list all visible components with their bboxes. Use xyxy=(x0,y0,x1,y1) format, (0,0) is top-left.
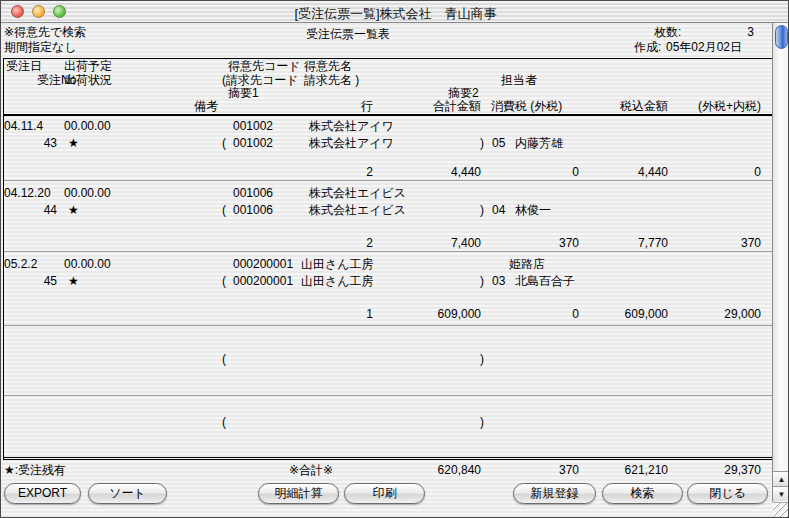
bill-close-paren: ) xyxy=(480,416,484,429)
total-amount: 609,000 xyxy=(399,308,481,321)
col-staff: 担当者 xyxy=(501,74,537,87)
list-title: 受注伝票一覧表 xyxy=(306,28,390,41)
col-total-incl: 税込金額 xyxy=(576,100,668,113)
staff-code: 03 xyxy=(492,275,505,288)
ship-plan: 00.00.00 xyxy=(64,187,111,200)
scrollbar-thumb[interactable] xyxy=(775,25,788,49)
bill-code: 001006 xyxy=(233,204,273,217)
bill-close-paren: ) xyxy=(480,137,484,150)
col-total: 合計金額 xyxy=(399,100,481,113)
cust-name: 山田さん工房 xyxy=(301,258,374,271)
record-row[interactable]: 04.12.20 00.00.00 001006 株式会社エイビス 44 ★ (… xyxy=(1,181,771,251)
order-no: 45 xyxy=(19,275,57,288)
grand-tax-ext-amount: 370 xyxy=(497,464,579,477)
col-tax-mix: (外税+内税) xyxy=(669,100,761,113)
bill-name: 株式会社アイワ xyxy=(309,137,394,150)
sheets-value: 3 xyxy=(694,26,754,39)
search-mode-label: ※得意先で検索 xyxy=(4,26,86,39)
bill-open-paren: ( xyxy=(222,416,226,429)
cust-name: 株式会社アイワ xyxy=(309,120,394,133)
bill-close-paren: ) xyxy=(480,204,484,217)
bill-name: 株式会社エイビス xyxy=(309,204,406,217)
period-label: 期間指定なし xyxy=(4,41,77,54)
new-entry-button[interactable]: 新規登録 xyxy=(513,483,596,504)
print-button[interactable]: 印刷 xyxy=(344,483,425,504)
search-button[interactable]: 検索 xyxy=(602,483,683,504)
created-label: 作成: xyxy=(634,41,661,54)
order-date: 04.11.4 xyxy=(4,120,43,133)
record-row[interactable]: 04.11.4 00.00.00 001002 株式会社アイワ 43 ★ ( 0… xyxy=(1,118,771,180)
tax-mix-amount: 0 xyxy=(669,166,761,179)
col-ship-status: 出荷状況 xyxy=(64,74,112,87)
staff-name: 林俊一 xyxy=(515,204,551,217)
empty-record-row[interactable]: ( ) xyxy=(1,396,771,459)
total-incl-amount: 609,000 xyxy=(576,308,668,321)
cust-code: 000200001 xyxy=(233,258,293,271)
line-count: 2 xyxy=(331,237,373,250)
bill-open-paren: ( xyxy=(222,204,226,217)
cust-name: 株式会社エイビス xyxy=(309,187,406,200)
tax-mix-amount: 370 xyxy=(669,237,761,250)
bill-code: 001002 xyxy=(233,137,273,150)
cust-code: 001002 xyxy=(233,120,273,133)
vertical-scrollbar[interactable]: ▲ ▼ xyxy=(772,23,789,502)
grand-total-amount: 620,840 xyxy=(399,464,481,477)
bill-open-paren: ( xyxy=(222,275,226,288)
total-incl-amount: 7,770 xyxy=(576,237,668,250)
record-row[interactable]: 05.2.2 00.00.00 000200001 山田さん工房 姫路店 45 … xyxy=(1,252,771,325)
backorder-star-icon: ★ xyxy=(68,204,79,217)
bill-open-paren: ( xyxy=(222,353,226,366)
col-remarks: 備考 xyxy=(194,100,218,113)
col-bill-name: 請求先名 ) xyxy=(304,74,359,87)
ship-plan: 00.00.00 xyxy=(64,120,111,133)
ship-plan: 00.00.00 xyxy=(64,258,111,271)
sort-button[interactable]: ソート xyxy=(88,483,167,504)
export-button[interactable]: EXPORT xyxy=(4,483,81,504)
tax-ext-amount: 0 xyxy=(497,166,579,179)
total-amount: 4,440 xyxy=(399,166,481,179)
col-summary1: 摘要1 xyxy=(228,87,259,100)
grand-tax-mix-amount: 29,370 xyxy=(669,464,761,477)
grand-total-incl-amount: 621,210 xyxy=(576,464,668,477)
col-line: 行 xyxy=(331,100,373,113)
staff-code: 05 xyxy=(492,137,505,150)
bill-code: 000200001 xyxy=(233,275,293,288)
bill-name: 山田さん工房 xyxy=(301,275,374,288)
scroll-up-icon[interactable]: ▲ xyxy=(773,471,789,486)
col-order-date: 受注日 xyxy=(6,60,42,73)
bill-close-paren: ) xyxy=(480,353,484,366)
header-separator xyxy=(3,114,773,116)
col-cust-name: 得意先名 xyxy=(304,60,352,73)
cust-code: 001006 xyxy=(233,187,273,200)
tax-mix-amount: 29,000 xyxy=(669,308,761,321)
staff-code: 04 xyxy=(492,204,505,217)
window-resize-grip-icon[interactable] xyxy=(773,502,789,518)
col-ship-plan: 出荷予定 xyxy=(64,60,112,73)
empty-record-row[interactable]: ( ) xyxy=(1,326,771,395)
tax-ext-amount: 0 xyxy=(497,308,579,321)
sheets-label: 枚数: xyxy=(654,26,681,39)
bill-close-paren: ) xyxy=(480,275,484,288)
star-legend: ★:受注残有 xyxy=(4,464,66,477)
bill-open-paren: ( xyxy=(222,137,226,150)
scroll-down-icon[interactable]: ▼ xyxy=(773,486,789,501)
order-date: 05.2.2 xyxy=(4,258,37,271)
backorder-star-icon: ★ xyxy=(68,137,79,150)
staff-name: 内藤芳雄 xyxy=(515,137,563,150)
window-title: [受注伝票一覧]株式会社 青山商事 xyxy=(1,5,789,23)
line-count: 2 xyxy=(331,166,373,179)
col-tax-ext: 消費税 (外税) xyxy=(491,100,562,113)
tax-ext-amount: 370 xyxy=(497,237,579,250)
staff-name: 北島百合子 xyxy=(515,275,575,288)
total-amount: 7,400 xyxy=(399,237,481,250)
line-count: 1 xyxy=(331,308,373,321)
total-incl-amount: 4,440 xyxy=(576,166,668,179)
order-no: 44 xyxy=(19,204,57,217)
close-button[interactable]: 閉じる xyxy=(687,483,768,504)
col-cust-code: 得意先コード xyxy=(228,60,301,73)
app-window: [受注伝票一覧]株式会社 青山商事 ※得意先で検索 受注伝票一覧表 枚数: 3 … xyxy=(0,0,789,518)
cust-branch: 姫路店 xyxy=(509,258,545,271)
backorder-star-icon: ★ xyxy=(68,275,79,288)
order-no: 43 xyxy=(19,137,57,150)
detail-calc-button[interactable]: 明細計算 xyxy=(258,483,339,504)
